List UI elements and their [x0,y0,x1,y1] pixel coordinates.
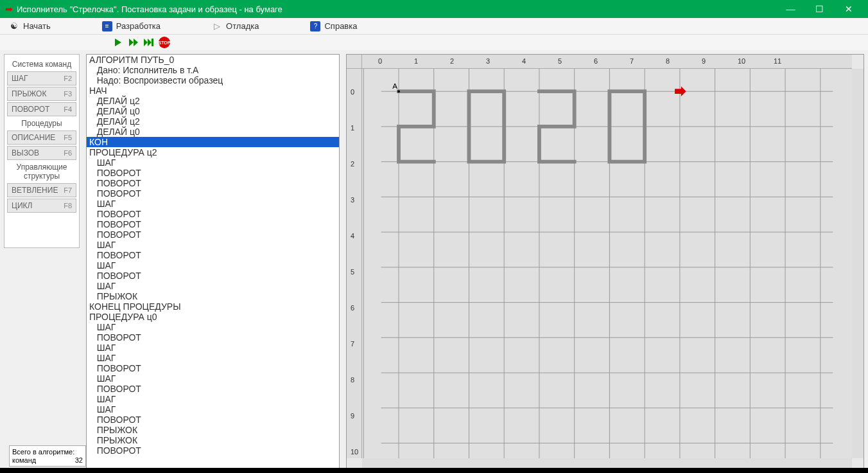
stop-button[interactable]: STOP [158,36,171,49]
ruler-top-num: 0 [378,57,382,65]
code-line[interactable]: ШАГ [87,240,339,250]
code-line[interactable]: ПРОЦЕДУРА ц2 [87,147,339,157]
code-line[interactable]: ДЕЛАЙ ц2 [87,96,339,106]
ruler-top: 01234567891011 [362,55,852,69]
code-line[interactable]: ПОВОРОТ [87,384,339,394]
svg-point-34 [397,90,400,93]
debug-icon: ▷ [212,21,222,31]
cmd-description[interactable]: ОПИСАНИЕF5 [7,130,76,145]
cmd-call[interactable]: ВЫЗОВF6 [7,146,76,160]
code-line[interactable]: Надо: Воспроизвести образец [87,75,339,85]
sidebar-section-commands: Система команд [7,60,76,69]
code-line[interactable]: ПОВОРОТ [87,415,339,425]
titlebar: ➡ Исполнитель "Стрелочка". Постановка за… [0,0,868,18]
ruler-left-num: 9 [351,412,354,420]
cmd-turn[interactable]: ПОВОРОТF4 [7,102,76,116]
close-button[interactable]: ✕ [834,0,863,18]
code-line[interactable]: ШАГ [87,322,339,332]
code-line[interactable]: ШАГ [87,394,339,404]
ruler-top-num: 10 [738,57,745,65]
menu-debug[interactable]: ▷ Отладка [205,20,265,33]
maximize-button[interactable]: ☐ [805,0,834,18]
svg-marker-2 [134,39,138,46]
menu-develop[interactable]: ≡ Разработка [96,20,167,33]
code-line[interactable]: ПОВОРОТ [87,332,339,343]
play-button[interactable] [112,36,125,49]
code-line[interactable]: ДЕЛАЙ ц2 [87,116,339,127]
code-line[interactable]: ШАГ [87,260,339,271]
code-line[interactable]: Дано: Исполнитель в т.А [87,65,339,75]
code-panel[interactable]: АЛГОРИТМ ПУТЬ_0 Дано: Исполнитель в т.А … [86,54,340,470]
code-line[interactable]: ШАГ [87,353,339,363]
svg-marker-0 [115,39,121,46]
code-line[interactable]: ПОВОРОТ [87,271,339,281]
code-line[interactable]: КОНЕЦ ПРОЦЕДУРЫ [87,301,339,312]
minimize-button[interactable]: — [776,0,805,18]
play-fast-button[interactable] [127,36,140,49]
svg-marker-3 [144,39,148,46]
status-label-commands: команд [12,456,36,464]
grid-svg: А [362,69,852,458]
svg-text:А: А [392,82,397,90]
cmd-step[interactable]: ШАГF2 [7,71,76,85]
menu-help[interactable]: ? Справка [304,20,363,33]
ruler-top-num: 3 [486,57,490,65]
ruler-left-num: 6 [351,304,354,312]
cmd-branch[interactable]: ВЕТВЛЕНИЕF7 [7,183,76,197]
code-line[interactable]: ПОВОРОТ [87,250,339,260]
scrollbar-vertical[interactable] [852,69,864,458]
code-line[interactable]: ПОВОРОТ [87,188,339,199]
ruler-left-num: 1 [351,124,354,132]
status-label-total: Всего в алгоритме: [12,448,74,456]
code-line[interactable]: ПРОЦЕДУРА ц0 [87,312,339,322]
code-line[interactable]: ШАГ [87,343,339,353]
menu-develop-label: Разработка [116,21,161,31]
code-line[interactable]: ДЕЛАЙ ц0 [87,127,339,137]
code-line[interactable]: ПРЫЖОК [87,435,339,445]
menu-debug-label: Отладка [226,21,259,31]
ruler-top-num: 7 [630,57,634,65]
svg-marker-35 [675,86,686,96]
code-line[interactable]: ПОВОРОТ [87,178,339,188]
status-count: 32 [75,456,83,464]
cmd-jump[interactable]: ПРЫЖОКF3 [7,87,76,101]
canvas-area: 01234567891011 012345678910 А [346,54,864,470]
yin-yang-icon: ☯ [9,21,19,31]
ruler-top-num: 2 [450,57,454,65]
menubar: ☯ Начать ≡ Разработка ▷ Отладка ? Справк… [0,18,868,35]
code-line[interactable]: ПОВОРОТ [87,219,339,229]
code-line[interactable]: ДЕЛАЙ ц0 [87,106,339,116]
cmd-loop[interactable]: ЦИКЛF8 [7,199,76,213]
code-line[interactable]: ШАГ [87,404,339,415]
ruler-left-num: 2 [351,160,354,168]
ruler-left-num: 3 [351,196,354,204]
code-line[interactable]: ПОВОРОТ [87,445,339,456]
ruler-left-num: 5 [351,268,354,276]
code-line[interactable]: КОН [87,137,339,147]
code-line[interactable]: НАЧ [87,85,339,96]
sidebar-section-control: Управляющие структуры [7,163,76,181]
code-line[interactable]: ПОВОРОТ [87,363,339,373]
ruler-left: 012345678910 [347,69,362,458]
code-line[interactable]: ШАГ [87,199,339,209]
play-end-button[interactable] [143,36,155,49]
code-line[interactable]: ПРЫЖОК [87,425,339,435]
develop-icon: ≡ [102,21,112,31]
grid-area[interactable]: А [362,69,852,458]
code-line[interactable]: ПРЫЖОК [87,291,339,301]
help-icon: ? [310,21,320,31]
code-line[interactable]: ПОВОРОТ [87,209,339,219]
code-line[interactable]: ПОВОРОТ [87,168,339,178]
workspace: Система команд ШАГF2 ПРЫЖОКF3 ПОВОРОТF4 … [0,50,868,473]
ruler-top-num: 1 [414,57,418,65]
stop-icon: STOP [159,37,170,48]
code-line[interactable]: ПОВОРОТ [87,229,339,240]
code-line[interactable]: ШАГ [87,281,339,291]
code-line[interactable]: ШАГ [87,373,339,384]
menu-start[interactable]: ☯ Начать [3,20,57,33]
menu-start-label: Начать [23,21,51,31]
code-line[interactable]: АЛГОРИТМ ПУТЬ_0 [87,55,339,65]
ruler-left-num: 8 [351,376,354,384]
taskbar [0,468,868,473]
code-line[interactable]: ШАГ [87,157,339,168]
